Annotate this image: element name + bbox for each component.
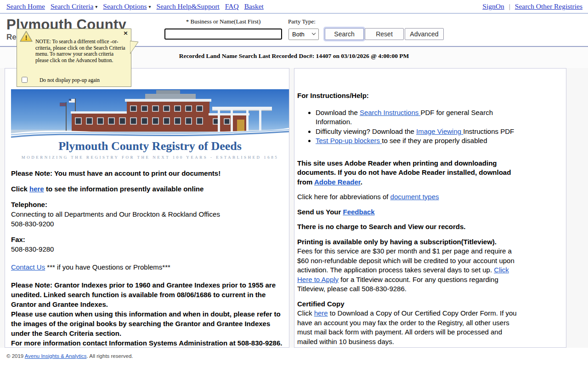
click-here-line: Click here to see the information presen… <box>11 184 283 194</box>
right-panel: For Instructions/Help: Download the Sear… <box>294 68 566 348</box>
document-types-link[interactable]: document types <box>390 193 439 201</box>
contact-line: Contact Us *** if you have Questions or … <box>11 262 283 272</box>
account-required-note: Please Note: You must have an account to… <box>11 168 283 178</box>
party-type-label: Party Type: <box>288 18 316 25</box>
feedback-line: Send us Your Feedback <box>297 207 517 217</box>
list-item: Download the Search Instructions PDF for… <box>316 108 518 127</box>
text: . <box>361 178 362 186</box>
list-item: Test Pop-up blockers to see if they are … <box>316 136 518 146</box>
search-instructions-link[interactable]: Search Instructions <box>360 109 421 116</box>
text: to Download a Copy of Our Certified Copy… <box>297 309 517 345</box>
party-type-select[interactable]: Both <box>288 29 319 40</box>
text: Click <box>297 309 314 317</box>
certified-copy-title: Certified Copy <box>297 300 345 308</box>
text: Instructions PDF <box>463 127 514 135</box>
list-item: Difficulty viewing? Download the Image V… <box>316 127 518 137</box>
fax-label: Fax: <box>11 236 25 243</box>
image-viewing-link[interactable]: Image Viewing <box>416 127 463 135</box>
fax-block: Fax: 508-830-9280 <box>11 235 283 254</box>
registry-banner-image: Plymouth County Registry of Deeds MODERN… <box>11 89 289 162</box>
certified-copy-block: Certified Copy Click here to Download a … <box>297 299 517 347</box>
fax-number: 508-830-9280 <box>11 245 54 253</box>
content-panels: Plymouth County Registry of Deeds MODERN… <box>0 68 588 348</box>
banner-tagline: MODERNIZING THE REGISTRY FOR THE NEXT 10… <box>11 153 289 162</box>
instructions-help-title: For Instructions/Help: <box>297 91 517 101</box>
text: Fees for this service are $30 per month … <box>297 247 514 274</box>
nav-search-options-link[interactable]: Search Options <box>103 2 147 11</box>
no-charge-note: There is no charge to Search and View ou… <box>297 222 517 232</box>
nav-search-home[interactable]: Search Home <box>6 2 45 11</box>
search-buttons: Search Reset Advanced <box>325 28 444 40</box>
nav-right: SignOn | Search Other Registries <box>482 2 582 11</box>
text: *** if you have Questions or Problems*** <box>45 263 170 271</box>
avenu-link[interactable]: Avenu Insights & Analytics <box>25 353 87 359</box>
popup-pointer-tail <box>130 40 139 55</box>
chevron-down-icon: ▾ <box>95 4 97 9</box>
banner-title: Plymouth County Registry of Deeds <box>11 141 289 151</box>
notice-line: For more information contact Information… <box>11 338 283 348</box>
party-type-select-wrap: Both <box>288 29 319 40</box>
text: Download the <box>316 109 360 116</box>
adobe-reader-link[interactable]: Adobe Reader <box>314 178 361 186</box>
nav-basket[interactable]: Basket <box>244 2 264 11</box>
text: to see the information presently availab… <box>44 185 204 193</box>
close-icon[interactable]: × <box>123 29 128 36</box>
notice-line: Please use caution when using this infor… <box>11 309 283 338</box>
do-not-display-checkbox[interactable] <box>22 77 28 83</box>
advanced-button[interactable]: Advanced <box>405 28 444 40</box>
telephone-label: Telephone: <box>11 201 47 208</box>
feedback-link[interactable]: Feedback <box>343 208 374 216</box>
reset-button[interactable]: Reset <box>365 28 404 40</box>
adobe-reader-note: This site uses Adobe Reader when printin… <box>297 159 517 187</box>
contact-us-link[interactable]: Contact Us <box>11 263 45 271</box>
copyright-text: © 2019 <box>6 353 25 359</box>
text: Click <box>11 185 29 193</box>
page: Search Home Search Criteria ▾ Search Opt… <box>0 0 588 368</box>
left-panel: Plymouth County Registry of Deeds MODERN… <box>5 68 289 348</box>
note-popup: ! × NOTE: To search a different office -… <box>17 29 131 87</box>
do-not-display-label: Do not display pop-up again <box>40 77 100 83</box>
text: to see if they are properly disabled <box>382 137 487 144</box>
nav-search-options[interactable]: Search Options ▾ <box>103 2 151 11</box>
nav-divider: | <box>509 2 510 11</box>
test-popup-blockers-link[interactable]: Test Pop-up blockers <box>316 137 382 144</box>
svg-text:!: ! <box>25 34 28 41</box>
notice-line: Please Note: Grantor Indexes prior to 19… <box>11 280 283 309</box>
abbreviations-line: Click here for abbreviations of document… <box>297 192 517 202</box>
help-bullet-list: Download the Search Instructions PDF for… <box>297 108 518 146</box>
nav-search-criteria-link[interactable]: Search Criteria <box>51 2 93 11</box>
popup-note-text: NOTE: To search a different office -or- … <box>35 39 126 63</box>
nav-search-help-support[interactable]: Search Help&Support <box>157 2 220 11</box>
business-name-label: * Business or Name(Last First) <box>164 18 282 25</box>
nav-search-other-registries[interactable]: Search Other Registries <box>515 2 582 11</box>
nav-signon[interactable]: SignOn <box>482 2 504 11</box>
top-nav: Search Home Search Criteria ▾ Search Opt… <box>0 0 588 14</box>
text: Difficulty viewing? Download the <box>316 127 416 135</box>
nav-faq[interactable]: FAQ <box>225 2 239 11</box>
here-link[interactable]: here <box>29 185 44 193</box>
text: Click here for abbreviations of <box>297 193 390 201</box>
telephone-number: 508-830-9200 <box>11 220 54 228</box>
telephone-desc: Connecting to all Departments and Our Br… <box>11 210 220 218</box>
telephone-block: Telephone: Connecting to all Departments… <box>11 200 283 229</box>
rights-text: . All rights reserved. <box>86 353 133 359</box>
search-button[interactable]: Search <box>325 28 364 40</box>
nav-search-criteria[interactable]: Search Criteria ▾ <box>51 2 97 11</box>
footer: © 2019 Avenu Insights & Analytics. All r… <box>0 348 588 359</box>
popup-checkbox-row: Do not display pop-up again <box>22 77 100 83</box>
business-name-input[interactable] <box>164 29 282 40</box>
index-caution-notice: Please Note: Grantor Indexes prior to 19… <box>11 280 283 348</box>
printing-subscription-block: Printing is available only by having a s… <box>297 237 517 294</box>
registry-building-illustration <box>11 89 289 141</box>
text: Send us Your <box>297 208 343 216</box>
chevron-down-icon: ▾ <box>149 4 151 9</box>
warning-icon: ! <box>19 30 33 43</box>
printing-title: Printing is available only by having a s… <box>297 238 497 246</box>
certified-copy-here-link[interactable]: here <box>314 309 328 317</box>
